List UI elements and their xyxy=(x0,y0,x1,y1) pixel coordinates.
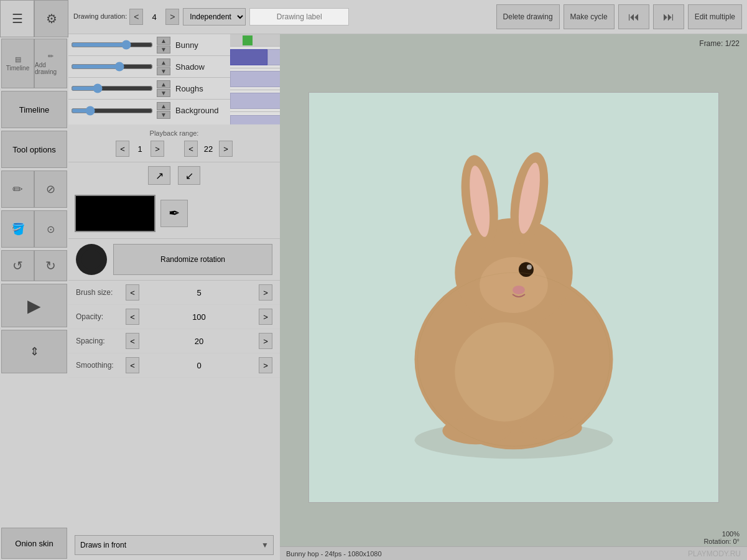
spacing-inc[interactable]: > xyxy=(259,333,272,349)
playback-end-dec[interactable]: < xyxy=(184,141,198,157)
brush-size-dec[interactable]: < xyxy=(126,284,139,301)
smoothing-row: Smoothing: < 0 > xyxy=(68,353,280,378)
add-drawing-button[interactable]: ✏ Add drawing xyxy=(34,39,67,88)
color-swatch[interactable] xyxy=(75,195,155,232)
expand-controls: ↗ ↙ xyxy=(68,162,280,189)
playback-start-val: 1 xyxy=(131,144,149,154)
layer-row-roughs: ▲ ▼ Roughs xyxy=(68,78,230,100)
modify-layers-label: Timeline xyxy=(6,65,29,72)
make-cycle-button[interactable]: Make cycle xyxy=(564,4,615,29)
contract-button[interactable]: ↙ xyxy=(178,166,200,185)
eraser-tool-button[interactable]: ⊘ xyxy=(34,170,67,208)
edit-multiple-button[interactable]: Edit multiple xyxy=(688,4,742,29)
color-section: ✒ xyxy=(68,189,280,239)
opacity-label: Opacity: xyxy=(76,312,126,321)
bunny-opacity-slider[interactable] xyxy=(71,40,153,50)
fill-tool-button[interactable]: 🪣 xyxy=(1,210,34,248)
settings-button[interactable]: ⚙ xyxy=(34,0,68,37)
watermark-label: PLAYMODY.RU xyxy=(688,549,741,558)
draws-mode-select[interactable]: Draws in front Draws behind Normal xyxy=(75,535,274,555)
add-drawing-icon: ✏ xyxy=(48,52,53,60)
prev-frame-icon-button[interactable]: ⏮ xyxy=(618,4,649,29)
brush-size-row: Brush size: < 5 > xyxy=(68,281,280,305)
expand-button[interactable]: ↗ xyxy=(148,166,170,185)
background-down-button[interactable]: ▼ xyxy=(157,111,170,119)
draws-section: Draws in front Draws behind Normal ▼ xyxy=(68,530,280,560)
next-frame-icon-button[interactable]: ⏭ xyxy=(653,4,684,29)
playback-range-section: Playback range: < 1 > < 22 > xyxy=(68,124,280,162)
shadow-layer-name: Shadow xyxy=(172,62,230,72)
speed-control[interactable]: ⇕ xyxy=(1,330,67,373)
delete-drawing-button[interactable]: Delete drawing xyxy=(496,4,560,29)
layer-row-shadow: ▲ ▼ Shadow xyxy=(68,56,230,78)
canvas-svg xyxy=(309,93,718,502)
opacity-row: Opacity: < 100 > xyxy=(68,305,280,329)
lasso-tool-button[interactable]: ⊙ xyxy=(34,210,67,248)
playback-range-label: Playback range: xyxy=(76,129,272,137)
randomize-label: Randomize rotation xyxy=(160,255,225,264)
tool-options-label: Tool options xyxy=(12,145,55,154)
brush-circle-svg xyxy=(79,247,104,272)
rotation-info: Rotation: 0° xyxy=(703,538,740,545)
spacing-dec[interactable]: < xyxy=(126,333,139,349)
randomize-rotation-button[interactable]: Randomize rotation xyxy=(113,244,272,275)
left-sidebar: ☰ ⚙ ▤ Timeline ✏ Add drawing Timeline To… xyxy=(0,0,68,560)
bunny-up-button[interactable]: ▲ xyxy=(157,37,170,45)
svg-point-14 xyxy=(519,415,582,440)
drawing-duration-label: Drawing duration: xyxy=(73,12,127,21)
redo-button[interactable]: ↻ xyxy=(34,250,67,281)
hamburger-menu-button[interactable]: ☰ xyxy=(0,0,34,37)
speed-icon: ⇕ xyxy=(30,345,39,358)
drawing-label-input[interactable] xyxy=(249,8,349,26)
undo-button[interactable]: ↺ xyxy=(1,250,34,281)
bunny-down-button[interactable]: ▼ xyxy=(157,45,170,54)
make-cycle-label: Make cycle xyxy=(570,12,608,21)
bunny-frame-filled[interactable] xyxy=(230,49,267,65)
duration-dec-button[interactable]: < xyxy=(129,9,143,25)
brush-size-label: Brush size: xyxy=(76,288,126,297)
shadow-opacity-slider[interactable] xyxy=(71,62,153,72)
drawing-mode-select[interactable]: Independent Fixed Cycle xyxy=(183,8,246,26)
bunny-layer-name: Bunny xyxy=(172,40,230,50)
brush-size-inc[interactable]: > xyxy=(259,284,272,301)
roughs-down-button[interactable]: ▼ xyxy=(157,89,170,97)
roughs-up-button[interactable]: ▲ xyxy=(157,80,170,88)
background-layer-name: Background xyxy=(172,106,230,115)
duration-value: 4 xyxy=(145,12,164,22)
background-opacity-slider[interactable] xyxy=(71,106,153,116)
file-info-label: Bunny hop - 24fps - 1080x1080 xyxy=(286,550,382,558)
duration-inc-button[interactable]: > xyxy=(165,9,179,25)
timeline-tab-label: Timeline xyxy=(19,105,50,114)
playback-start-inc[interactable]: > xyxy=(151,141,164,157)
eyedropper-icon: ✒ xyxy=(169,205,180,222)
opacity-dec[interactable]: < xyxy=(126,309,139,325)
background-up-button[interactable]: ▲ xyxy=(157,102,170,110)
svg-point-9 xyxy=(480,257,548,313)
smoothing-inc[interactable]: > xyxy=(259,357,272,373)
smoothing-dec[interactable]: < xyxy=(126,357,139,373)
modify-layers-button[interactable]: ▤ Timeline xyxy=(1,39,34,88)
layer-row-bunny: ▲ ▼ Bunny xyxy=(68,34,230,56)
top-toolbar: Drawing duration: < 4 > Independent Fixe… xyxy=(68,0,747,34)
canvas-image[interactable] xyxy=(309,92,719,503)
brush-size-value: 5 xyxy=(142,288,256,297)
playback-start-dec[interactable]: < xyxy=(116,141,129,157)
pencil-tool-button[interactable]: ✏ xyxy=(1,170,34,208)
edit-multiple-label: Edit multiple xyxy=(695,12,735,21)
timeline-tab-btn[interactable]: Timeline xyxy=(1,91,67,128)
play-button[interactable]: ▶ xyxy=(1,284,67,327)
shadow-up-button[interactable]: ▲ xyxy=(157,58,170,67)
eyedropper-button[interactable]: ✒ xyxy=(160,200,188,227)
playback-end-inc[interactable]: > xyxy=(219,141,233,157)
spacing-value: 20 xyxy=(142,337,256,346)
frame-info-label: Frame: 1/22 xyxy=(699,39,740,48)
roughs-layer-name: Roughs xyxy=(172,84,230,93)
spacing-row: Spacing: < 20 > xyxy=(68,329,280,353)
roughs-opacity-slider[interactable] xyxy=(71,83,153,93)
smoothing-label: Smoothing: xyxy=(76,361,126,370)
opacity-inc[interactable]: > xyxy=(259,309,272,325)
layer-row-background: ▲ ▼ Background xyxy=(68,100,230,121)
tool-options-tab-btn[interactable]: Tool options xyxy=(1,131,67,168)
onion-skin-tab-btn[interactable]: Onion skin xyxy=(1,528,67,559)
shadow-down-button[interactable]: ▼ xyxy=(157,67,170,75)
